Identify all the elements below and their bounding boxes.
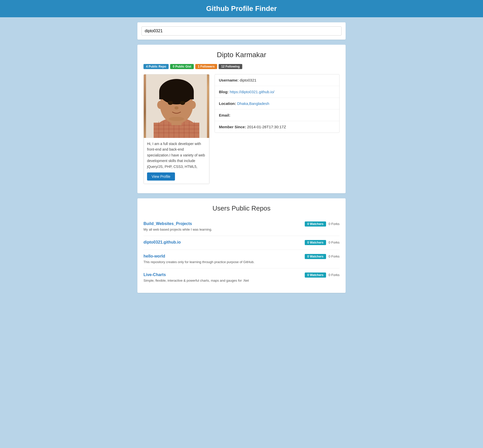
profile-name: Dipto Karmakar <box>143 51 340 59</box>
info-table: Username: dipto0321 Blog: https://dipto0… <box>215 74 340 133</box>
location-value: Dhaka,Bangladesh <box>237 101 269 106</box>
profile-right: Username: dipto0321 Blog: https://dipto0… <box>215 74 340 187</box>
svg-rect-22 <box>167 100 174 101</box>
repos-title: Users Public Repos <box>143 204 340 212</box>
watchers-badge: 0 Watchers <box>305 221 326 227</box>
repo-left: Build_Websites_Projects My all web based… <box>143 221 300 232</box>
profile-section: Dipto Karmakar 4 Public Repo 0 Public Gi… <box>137 45 346 193</box>
repo-right: 0 Watchers 0 Forks <box>305 221 340 227</box>
app-header: Github Profile Finder <box>0 0 483 17</box>
info-row-member-since: Member Since: 2014-01-26T17:30:17Z <box>215 121 339 133</box>
blog-link[interactable]: https://dipto0321.github.io/ <box>230 90 275 94</box>
svg-point-21 <box>180 101 185 105</box>
badge-public-gist: 0 Public Gist <box>170 64 194 69</box>
username-label: Username: <box>219 78 239 82</box>
avatar <box>144 74 209 138</box>
avatar-svg <box>146 74 207 138</box>
svg-point-24 <box>174 106 179 109</box>
repo-item: Live-Charts Simple, flexible, interactiv… <box>143 268 340 287</box>
info-row-location: Location: Dhaka,Bangladesh <box>215 98 339 109</box>
repos-list: Build_Websites_Projects My all web based… <box>143 217 340 287</box>
repo-right: 0 Watchers 0 Forks <box>305 240 340 245</box>
watchers-badge: 0 Watchers <box>305 273 326 278</box>
svg-point-18 <box>157 101 163 109</box>
repo-right: 0 Watchers 0 Forks <box>305 254 340 259</box>
profile-left: Hi, I am a full stack developer with fro… <box>143 74 210 187</box>
repo-name[interactable]: hello-world <box>143 254 300 259</box>
member-since-value: 2014-01-26T17:30:17Z <box>247 125 286 129</box>
repo-name[interactable]: Build_Websites_Projects <box>143 221 300 226</box>
profile-content: Hi, I am a full stack developer with fro… <box>143 74 340 187</box>
badges-row: 4 Public Repo 0 Public Gist 1 Followers … <box>143 64 340 69</box>
info-row-username: Username: dipto0321 <box>215 74 339 86</box>
repo-item: dipto0321.github.io 0 Watchers 0 Forks <box>143 236 340 250</box>
member-since-label: Member Since: <box>219 125 246 129</box>
forks-text: 0 Forks <box>329 241 340 244</box>
svg-point-25 <box>169 117 184 121</box>
forks-text: 0 Forks <box>329 254 340 258</box>
repo-item: hello-world This repository creates only… <box>143 250 340 268</box>
avatar-container: Hi, I am a full stack developer with fro… <box>143 74 210 184</box>
location-label: Location: <box>219 101 236 106</box>
svg-point-20 <box>168 101 173 105</box>
repo-name[interactable]: Live-Charts <box>143 273 300 277</box>
info-row-blog: Blog: https://dipto0321.github.io/ <box>215 86 339 98</box>
repo-description: Simple, flexible, interactive & powerful… <box>143 279 249 282</box>
search-input[interactable] <box>141 26 342 36</box>
app-title: Github Profile Finder <box>0 5 483 13</box>
repo-left: dipto0321.github.io <box>143 240 300 246</box>
watchers-badge: 0 Watchers <box>305 240 326 245</box>
repo-item: Build_Websites_Projects My all web based… <box>143 217 340 236</box>
badge-following: 12 Following <box>219 64 242 69</box>
profile-bio: Hi, I am a full stack developer with fro… <box>144 138 209 184</box>
repo-name[interactable]: dipto0321.github.io <box>143 240 300 245</box>
forks-text: 0 Forks <box>329 273 340 277</box>
svg-rect-17 <box>159 92 194 99</box>
repo-description: This repository creates only for learnin… <box>143 260 254 264</box>
repo-description: My all web based projects while I was le… <box>143 228 212 231</box>
badge-followers: 1 Followers <box>195 64 217 69</box>
info-row-email: Email: <box>215 109 339 121</box>
forks-text: 0 Forks <box>329 222 340 226</box>
repo-left: Live-Charts Simple, flexible, interactiv… <box>143 273 300 283</box>
svg-point-19 <box>190 101 196 109</box>
svg-rect-23 <box>179 100 186 101</box>
watchers-badge: 0 Watchers <box>305 254 326 259</box>
repo-right: 0 Watchers 0 Forks <box>305 273 340 278</box>
repos-section: Users Public Repos Build_Websites_Projec… <box>137 198 346 293</box>
email-label: Email: <box>219 113 230 117</box>
repo-left: hello-world This repository creates only… <box>143 254 300 264</box>
badge-public-repo: 4 Public Repo <box>143 64 169 69</box>
blog-label: Blog: <box>219 90 229 94</box>
view-profile-button[interactable]: View Profile <box>147 172 175 181</box>
search-section <box>137 22 346 40</box>
username-value: dipto0321 <box>240 78 256 82</box>
